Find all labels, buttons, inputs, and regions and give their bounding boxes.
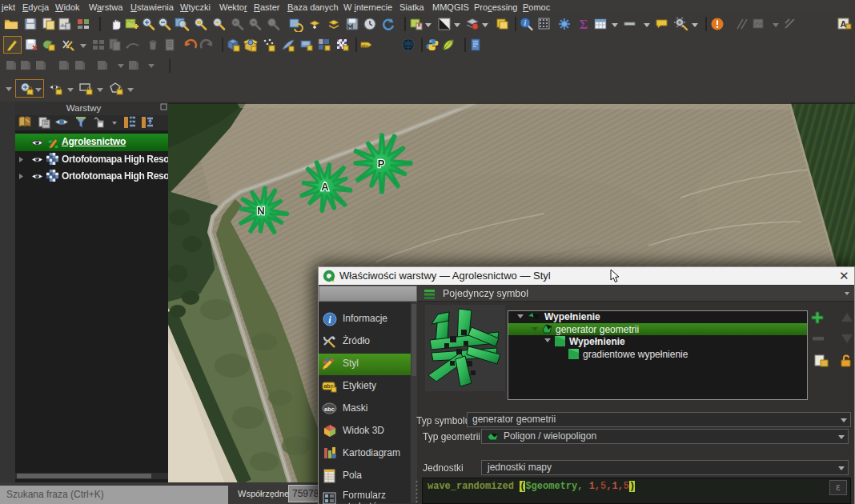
svg-text:Σ: Σ (580, 18, 588, 31)
svg-text:abc: abc (361, 43, 369, 48)
svg-text:88: 88 (319, 39, 323, 44)
svg-text:abc: abc (324, 406, 335, 413)
svg-text:N: N (257, 205, 264, 217)
svg-text:A: A (321, 181, 329, 193)
svg-text:A: A (841, 19, 847, 29)
svg-text:i: i (524, 18, 527, 27)
svg-text:P: P (378, 158, 385, 170)
